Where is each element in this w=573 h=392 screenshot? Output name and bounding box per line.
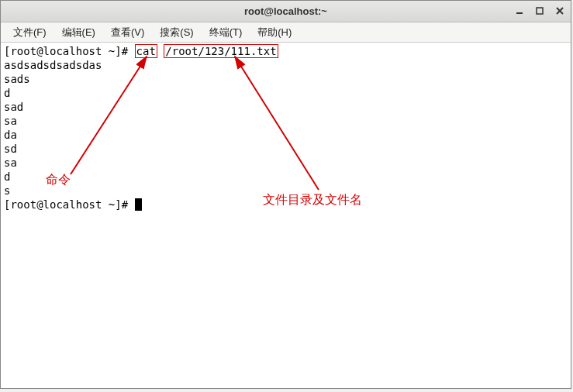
prompt: [root@localhost ~]# [4,198,135,211]
close-icon [555,6,564,15]
output-line: d [4,170,568,184]
output-line: sad [4,100,568,114]
output-line: sads [4,72,568,86]
menu-terminal[interactable]: 终端(T) [202,24,250,41]
menu-view[interactable]: 查看(V) [103,24,152,41]
output-line: d [4,86,568,100]
menu-help[interactable]: 帮助(H) [250,24,299,41]
prompt-line: [root@localhost ~]# [4,198,568,211]
titlebar: root@localhost:~ [1,1,571,22]
terminal-content[interactable]: [root@localhost ~]# cat /root/123/111.tx… [1,43,571,388]
boxed-command: cat [135,44,157,58]
menubar: 文件(F) 编辑(E) 查看(V) 搜索(S) 终端(T) 帮助(H) [1,22,571,43]
output-line: asdsadsdsadsdas [4,58,568,72]
output-line: sa [4,156,568,170]
command-line: [root@localhost ~]# cat /root/123/111.tx… [4,44,568,58]
close-button[interactable] [552,3,568,19]
prompt: [root@localhost ~]# [4,45,135,57]
output-line: sa [4,114,568,128]
menu-edit[interactable]: 编辑(E) [54,24,103,41]
terminal-window: root@localhost:~ 文件(F) 编辑(E) 查看(V) 搜索(S)… [0,0,571,389]
output-line: da [4,128,568,142]
minimize-button[interactable] [512,3,527,19]
menu-file[interactable]: 文件(F) [5,24,54,41]
svg-rect-1 [537,8,543,14]
window-controls [512,3,568,19]
output-line: sd [4,142,568,156]
output-line: s [4,184,568,198]
maximize-icon [535,6,544,15]
minimize-icon [515,6,524,15]
window-title: root@localhost:~ [1,5,571,17]
cursor [135,198,142,211]
boxed-filepath: /root/123/111.txt [164,44,278,58]
menu-search[interactable]: 搜索(S) [152,24,201,41]
maximize-button[interactable] [532,3,547,19]
